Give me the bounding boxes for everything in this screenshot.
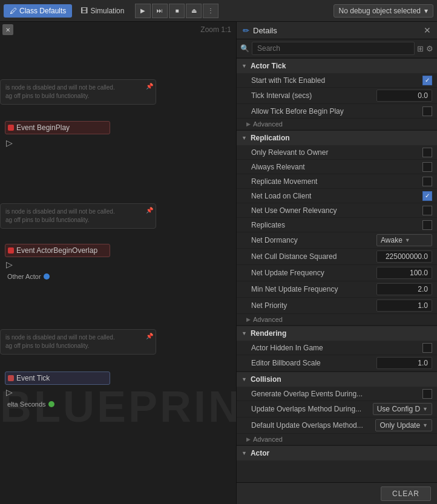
- debug-dropdown[interactable]: No debug object selected ▾: [334, 4, 433, 18]
- prop-default-update-overlaps: Default Update Overlaps Method... Only U…: [237, 417, 437, 434]
- step-button[interactable]: ⏭: [152, 4, 168, 18]
- settings-button[interactable]: ⚙: [426, 44, 433, 53]
- chevron-down-icon-3: ▼: [242, 330, 247, 336]
- delta-pin: [48, 401, 54, 407]
- prop-net-cull-distance: Net Cull Distance Squared: [237, 249, 437, 265]
- net-update-freq-input[interactable]: [376, 267, 432, 279]
- section-label-actor-tick: Actor Tick: [251, 62, 286, 70]
- pin-icon-2[interactable]: 📌: [146, 206, 153, 215]
- more-button[interactable]: ⋮: [203, 4, 218, 18]
- section-label-actor: Actor: [251, 449, 269, 457]
- net-cull-input[interactable]: [376, 250, 432, 263]
- debug-dropdown-label: No debug object selected: [339, 7, 421, 15]
- details-header: ✏ Details ✕: [237, 22, 437, 39]
- exec-arrow: ▷: [6, 138, 13, 148]
- search-icon: 🔍: [240, 44, 249, 53]
- details-close-button[interactable]: ✕: [424, 25, 431, 35]
- section-rendering[interactable]: ▼ Rendering: [237, 326, 437, 341]
- event-actor-overlap-node[interactable]: Event ActorBeginOverlap ▷ Other Actor: [0, 241, 115, 284]
- advanced-actor-tick[interactable]: ▶ Advanced: [237, 119, 437, 130]
- checkbox-replicates[interactable]: [422, 220, 432, 230]
- section-actor[interactable]: ▼ Actor: [237, 445, 437, 460]
- pin-icon-1[interactable]: 📌: [146, 82, 153, 91]
- delta-seconds-row: elta Seconds: [5, 399, 110, 409]
- update-overlaps-dropdown[interactable]: Use Config D ▼: [373, 403, 432, 415]
- disabled-node-2: is node is disabled and will not be call…: [0, 203, 156, 229]
- section-label-rendering: Rendering: [251, 329, 286, 338]
- section-actor-tick[interactable]: ▼ Actor Tick: [237, 58, 437, 73]
- section-label-replication: Replication: [251, 134, 290, 142]
- advanced-collision[interactable]: ▶ Advanced: [237, 434, 437, 445]
- prop-generate-overlap-events: Generate Overlap Events During...: [237, 387, 437, 401]
- prop-editor-billboard-scale: Editor Billboard Scale: [237, 355, 437, 371]
- details-panel: ✏ Details ✕ 🔍 ⊞ ⚙ ▼ Actor Tick Start wit…: [236, 22, 437, 504]
- checkbox-replicate-movement[interactable]: [422, 177, 432, 186]
- checkbox-actor-hidden[interactable]: [422, 343, 432, 353]
- checkbox-always-relevant[interactable]: [422, 162, 432, 172]
- checkbox-net-load[interactable]: [422, 191, 432, 201]
- main-area: ✕ Zoom 1:1 BLUEPRINT is node is disabled…: [0, 22, 437, 504]
- eject-button[interactable]: ⏏: [186, 4, 202, 18]
- prop-only-relevant-to-owner: Only Relevant to Owner: [237, 145, 437, 160]
- section-label-collision: Collision: [251, 375, 281, 384]
- event-begin-play-node[interactable]: Event BeginPlay ▷: [0, 119, 115, 154]
- class-defaults-button[interactable]: 🖊 Class Defaults: [4, 4, 72, 18]
- net-dormancy-dropdown[interactable]: Awake ▼: [376, 234, 432, 246]
- exec-arrow-3: ▷: [6, 387, 13, 397]
- prop-tick-interval: Tick Interval (secs): [237, 88, 437, 104]
- pin-icon-3[interactable]: 📌: [146, 332, 153, 341]
- exec-arrow-2: ▷: [6, 260, 13, 269]
- checkbox-allow-tick[interactable]: [422, 106, 432, 116]
- default-overlaps-dropdown[interactable]: Only Update ▼: [375, 419, 432, 431]
- prop-net-use-owner-relevancy: Net Use Owner Relevancy: [237, 203, 437, 218]
- chevron-down-icon: ▼: [242, 63, 247, 69]
- details-scroll[interactable]: ▼ Actor Tick Start with Tick Enabled Tic…: [237, 58, 437, 482]
- editor-billboard-input[interactable]: [376, 357, 432, 369]
- chevron-down-icon-5: ▼: [242, 450, 247, 456]
- dropdown-arrow-icon-2: ▼: [422, 406, 428, 412]
- actor-pin: [44, 273, 50, 280]
- blueprint-icon: 🖊: [10, 7, 17, 15]
- checkbox-start-tick[interactable]: [422, 76, 432, 85]
- toolbar: 🖊 Class Defaults 🎞 Simulation ▶ ⏭ ■ ⏏ ⋮ …: [0, 0, 437, 22]
- prop-replicates: Replicates: [237, 218, 437, 232]
- simulation-label: Simulation: [90, 7, 124, 15]
- search-input[interactable]: [252, 42, 415, 55]
- play-button[interactable]: ▶: [135, 4, 151, 18]
- prop-start-with-tick-enabled: Start with Tick Enabled: [237, 73, 437, 88]
- chevron-right-icon-2: ▶: [246, 316, 251, 322]
- section-collision[interactable]: ▼ Collision: [237, 371, 437, 387]
- tick-interval-input[interactable]: [376, 90, 432, 102]
- min-net-update-input[interactable]: [376, 283, 432, 295]
- checkbox-generate-overlap[interactable]: [422, 389, 432, 399]
- search-row: 🔍 ⊞ ⚙: [237, 39, 437, 58]
- details-title: Details: [253, 26, 420, 35]
- dropdown-arrow-icon: ▼: [405, 237, 410, 243]
- blueprint-canvas[interactable]: ✕ Zoom 1:1 BLUEPRINT is node is disabled…: [0, 22, 236, 504]
- prop-net-priority: Net Priority: [237, 298, 437, 314]
- net-priority-input[interactable]: [376, 299, 432, 312]
- dropdown-arrow-icon: ▾: [424, 7, 428, 15]
- class-defaults-label: Class Defaults: [19, 7, 66, 15]
- grid-view-button[interactable]: ⊞: [417, 44, 424, 53]
- prop-replicate-movement: Replicate Movement: [237, 174, 437, 189]
- simulation-icon: 🎞: [80, 7, 88, 15]
- checkbox-only-relevant[interactable]: [422, 148, 432, 157]
- event-tick-node[interactable]: Event Tick ▷ elta Seconds: [0, 369, 115, 411]
- prop-net-update-frequency: Net Update Frequency: [237, 265, 437, 281]
- prop-always-relevant: Always Relevant: [237, 160, 437, 174]
- dropdown-arrow-icon-3: ▼: [422, 422, 428, 428]
- stop-button[interactable]: ■: [169, 4, 185, 18]
- checkbox-net-use-owner[interactable]: [422, 206, 432, 215]
- advanced-replication[interactable]: ▶ Advanced: [237, 314, 437, 326]
- bottom-bar: CLEAR: [237, 482, 437, 504]
- prop-actor-hidden-in-game: Actor Hidden In Game: [237, 341, 437, 355]
- section-replication[interactable]: ▼ Replication: [237, 130, 437, 145]
- details-icon: ✏: [243, 26, 249, 35]
- clear-button[interactable]: CLEAR: [381, 486, 431, 501]
- prop-net-load-on-client: Net Load on Client: [237, 189, 437, 203]
- canvas-close-button[interactable]: ✕: [2, 24, 13, 35]
- prop-net-dormancy: Net Dormancy Awake ▼: [237, 232, 437, 249]
- simulation-button[interactable]: 🎞 Simulation: [76, 4, 129, 18]
- chevron-down-icon-2: ▼: [242, 135, 247, 141]
